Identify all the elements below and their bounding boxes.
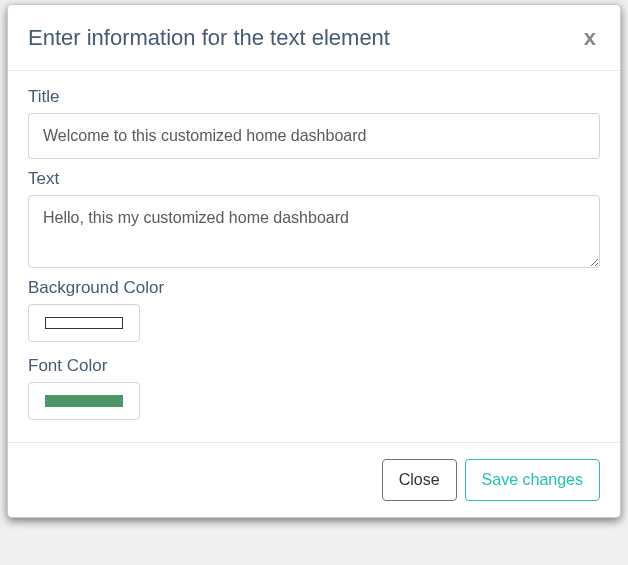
text-element-modal: Enter information for the text element x… xyxy=(7,4,621,518)
bg-color-swatch xyxy=(45,317,123,329)
bg-color-picker[interactable] xyxy=(28,304,140,342)
font-color-picker[interactable] xyxy=(28,382,140,420)
bg-color-label: Background Color xyxy=(28,278,600,298)
text-group: Text xyxy=(28,169,600,268)
font-color-label: Font Color xyxy=(28,356,600,376)
modal-body: Title Text Background Color Font Color xyxy=(8,71,620,442)
save-button[interactable]: Save changes xyxy=(465,459,600,501)
title-label: Title xyxy=(28,87,600,107)
close-icon[interactable]: x xyxy=(580,27,600,49)
text-input[interactable] xyxy=(28,195,600,268)
modal-title: Enter information for the text element xyxy=(28,21,390,54)
font-color-group: Font Color xyxy=(28,356,600,424)
close-button[interactable]: Close xyxy=(382,459,457,501)
text-label: Text xyxy=(28,169,600,189)
font-color-swatch xyxy=(45,395,123,407)
title-group: Title xyxy=(28,87,600,159)
modal-footer: Close Save changes xyxy=(8,442,620,517)
title-input[interactable] xyxy=(28,113,600,159)
modal-header: Enter information for the text element x xyxy=(8,5,620,71)
bg-color-group: Background Color xyxy=(28,278,600,346)
